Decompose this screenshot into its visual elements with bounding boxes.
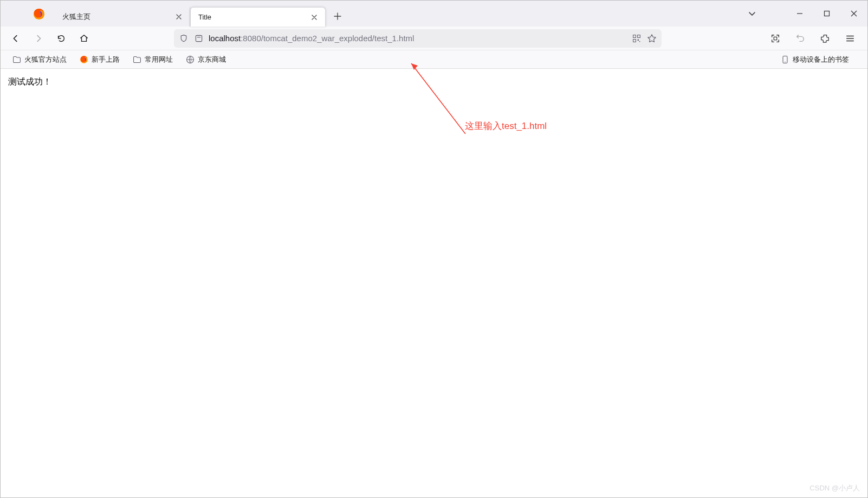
tab-label: 火狐主页 — [62, 12, 173, 22]
svg-rect-4 — [633, 35, 636, 37]
svg-line-15 — [411, 63, 465, 134]
undo-button[interactable] — [792, 30, 809, 47]
bookmark-label: 常用网址 — [145, 55, 173, 64]
svg-rect-7 — [638, 39, 639, 40]
watermark: CSDN @小卢人 — [809, 483, 860, 493]
url-bar[interactable]: localhost:8080/tomcat_demo2_war_exploded… — [174, 29, 662, 48]
bookmark-label: 京东商城 — [198, 55, 226, 64]
mobile-bookmarks-button[interactable]: 移动设备上的书签 — [778, 53, 852, 67]
shield-icon[interactable] — [178, 34, 189, 43]
url-host: localhost — [209, 34, 241, 43]
bookmark-star-icon[interactable] — [646, 34, 657, 43]
bookmark-label: 火狐官方站点 — [24, 55, 67, 64]
tab-title[interactable]: Title — [190, 7, 326, 27]
qr-code-icon[interactable] — [631, 34, 642, 43]
screenshot-button[interactable] — [767, 30, 784, 47]
bookmark-label: 移动设备上的书签 — [793, 55, 849, 64]
toolbar-right — [767, 30, 861, 47]
svg-rect-8 — [639, 41, 640, 42]
new-tab-button[interactable] — [329, 8, 346, 25]
close-tab-icon[interactable] — [173, 11, 184, 22]
window-controls — [742, 1, 867, 27]
annotation-text: 这里输入test_1.html — [465, 120, 547, 132]
reload-button[interactable] — [53, 30, 70, 47]
bookmark-item-official[interactable]: 火狐官方站点 — [9, 53, 70, 67]
url-text: localhost:8080/tomcat_demo2_war_exploded… — [209, 34, 627, 43]
window-close-button[interactable] — [840, 3, 867, 24]
folder-icon — [133, 55, 141, 64]
page-content: 测试成功！ 这里输入test_1.html — [1, 69, 867, 497]
tab-strip: 火狐主页 Title — [1, 1, 867, 27]
back-button[interactable] — [7, 30, 24, 47]
bookmark-item-gettingstarted[interactable]: 新手上路 — [76, 53, 123, 67]
svg-rect-9 — [774, 37, 776, 40]
svg-rect-3 — [196, 35, 202, 41]
home-button[interactable] — [75, 30, 93, 47]
mobile-icon — [781, 55, 789, 64]
extensions-button[interactable] — [817, 30, 834, 47]
window-maximize-button[interactable] — [813, 3, 840, 24]
tab-firefox-home[interactable]: 火狐主页 — [55, 7, 190, 27]
close-tab-icon[interactable] — [309, 12, 320, 23]
url-path: :8080/tomcat_demo2_war_exploded/test_1.h… — [241, 34, 414, 43]
bookmark-item-common[interactable]: 常用网址 — [129, 53, 176, 67]
svg-rect-5 — [638, 35, 640, 37]
bookmark-item-jd[interactable]: 京东商城 — [183, 53, 229, 67]
list-tabs-button[interactable] — [742, 4, 762, 23]
navigation-toolbar: localhost:8080/tomcat_demo2_war_exploded… — [1, 27, 867, 50]
svg-point-14 — [785, 61, 785, 62]
app-menu-button[interactable] — [841, 30, 859, 47]
firefox-favicon — [80, 55, 88, 64]
firefox-app-icon — [33, 8, 45, 20]
globe-icon — [186, 55, 195, 64]
bookmark-label: 新手上路 — [92, 55, 120, 64]
bookmarks-bar: 火狐官方站点 新手上路 常用网址 京东商城 移动设备上的书签 — [1, 50, 867, 69]
window-minimize-button[interactable] — [786, 3, 813, 24]
folder-icon — [12, 55, 21, 64]
svg-rect-6 — [633, 39, 636, 42]
forward-button[interactable] — [30, 30, 47, 47]
tabs-container: 火狐主页 Title — [55, 7, 346, 27]
browser-window: 火狐主页 Title — [0, 0, 868, 498]
page-body-text: 测试成功！ — [8, 76, 860, 88]
site-info-icon[interactable] — [193, 34, 204, 43]
tab-label: Title — [198, 13, 309, 21]
svg-rect-2 — [825, 11, 830, 16]
